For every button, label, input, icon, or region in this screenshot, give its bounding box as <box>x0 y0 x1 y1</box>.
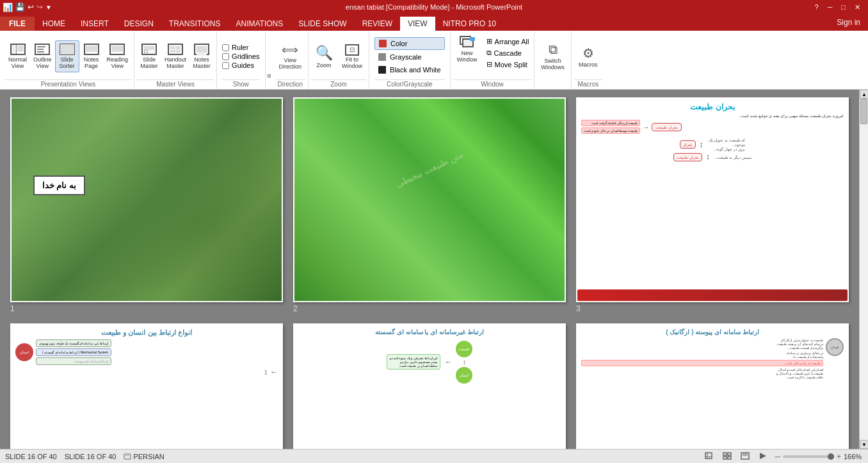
reading-view-icon <box>741 452 750 460</box>
tab-insert[interactable]: INSERT <box>73 17 117 31</box>
slideshow-icon <box>759 452 768 460</box>
minimize-btn[interactable]: ─ <box>825 3 835 12</box>
maximize-btn[interactable]: □ <box>839 3 848 12</box>
slide-sorter-btn[interactable]: SlideSorter <box>55 40 79 72</box>
tab-animations[interactable]: ANIMATIONS <box>228 17 291 31</box>
slide-thumb-2[interactable]: متن طبیعت محیطی <box>293 97 566 302</box>
keyboard-icon <box>124 453 131 460</box>
arrange-all-btn[interactable]: ⊞ Arrange All <box>484 36 532 47</box>
language-text: PERSIAN <box>133 453 164 460</box>
status-reading-view[interactable] <box>739 451 751 462</box>
sign-in-btn[interactable]: Sign in <box>829 15 868 29</box>
tab-view[interactable]: VIEW <box>400 17 435 31</box>
slide-num-2: 2 <box>293 304 566 313</box>
tab-transitions[interactable]: TRANSITIONS <box>161 17 229 31</box>
slide-thumb-1[interactable]: به نام خدا <box>10 97 283 302</box>
direction-group: ⟺ ViewDirection Direction <box>273 32 309 89</box>
svg-rect-10 <box>728 457 731 459</box>
svg-rect-0 <box>124 454 131 459</box>
notes-page-btn[interactable]: NotesPage <box>79 41 104 72</box>
view-direction-btn[interactable]: ⟺ ViewDirection <box>275 41 306 72</box>
notes-master-btn[interactable]: NotesMaster <box>189 41 214 72</box>
tab-design[interactable]: DESIGN <box>117 17 161 31</box>
tab-review[interactable]: REVIEW <box>355 17 400 31</box>
gridlines-checkbox[interactable]: Gridlines <box>222 53 259 60</box>
slide-container-3: بحران طبیعت امروزه بحران طبیعت مسئله مهم… <box>576 97 849 313</box>
direction-label: Direction <box>275 79 306 88</box>
svg-rect-7 <box>723 453 727 455</box>
slide-num-1: 1 <box>10 304 283 313</box>
tab-home[interactable]: HOME <box>35 17 73 31</box>
zoom-level[interactable]: 166% <box>844 453 863 460</box>
scroll-thumb[interactable] <box>860 99 867 124</box>
zoom-btn[interactable]: 🔍 Zoom <box>311 42 337 71</box>
tab-nitro[interactable]: NITRO PRO 10 <box>435 17 504 31</box>
window-label: Window <box>453 79 532 88</box>
macros-label: Macros <box>574 79 602 88</box>
slide-thumb-5[interactable]: ارتباط غیرسامانه ای یا سامانه ای گسسته ط… <box>293 323 566 450</box>
color-grayscale-group: Color Grayscale Black and White Color/Gr… <box>369 32 450 89</box>
macros-group: ⚙ Macros Macros <box>572 32 605 89</box>
customize-quickbtn[interactable]: ▼ <box>45 4 52 11</box>
close-btn[interactable]: ✕ <box>852 3 863 12</box>
slide-master-btn[interactable]: SlideMaster <box>137 41 161 72</box>
move-split-btn[interactable]: ⊟ Move Split <box>484 59 532 70</box>
outline-view-btn[interactable]: OutlineView <box>30 41 55 72</box>
tab-file[interactable]: FILE <box>0 17 35 31</box>
normal-view-btn[interactable]: NormalView <box>5 41 30 72</box>
svg-rect-3 <box>128 455 129 456</box>
slide-thumb-3[interactable]: بحران طبیعت امروزه بحران طبیعت مسئله مهم… <box>576 97 849 302</box>
scroll-up-btn[interactable]: ▲ <box>860 90 868 99</box>
master-views-label: Master Views <box>137 79 214 88</box>
ruler-checkbox[interactable]: Ruler <box>222 44 259 51</box>
slide-container-1: به نام خدا 1 <box>10 97 283 313</box>
status-bar: SLIDE 16 OF 40 SLIDE 16 OF 40 PERSIAN ─ … <box>0 449 868 463</box>
reading-view-btn[interactable]: ReadingView <box>104 41 132 72</box>
svg-marker-14 <box>760 453 766 459</box>
status-right: ─ + 166% <box>703 451 863 462</box>
slide-info-text: SLIDE 16 OF 40 <box>65 453 117 460</box>
slide-count: SLIDE 16 OF 40 <box>5 453 57 460</box>
svg-rect-2 <box>127 455 127 456</box>
new-window-btn[interactable]: NewWindow <box>453 33 481 65</box>
fit-to-window-btn[interactable]: ⊡ Fit toWindow <box>338 42 366 72</box>
slide-thumb-6[interactable]: ارتباط سامانه ای پیوسته ( ارگانیک ) انسا… <box>576 323 849 450</box>
scroll-track <box>860 99 868 440</box>
color-btn[interactable]: Color <box>374 37 444 50</box>
macros-btn[interactable]: ⚙ Macros <box>574 43 602 70</box>
slide-thumb-4[interactable]: انواع ارتباط بین انسان و طبیعت ارتباط غی… <box>10 323 283 450</box>
grayscale-btn[interactable]: Grayscale <box>374 51 444 63</box>
show-label: Show <box>222 79 259 88</box>
zoom-out-btn[interactable]: ─ <box>775 452 780 461</box>
help-btn[interactable]: ? <box>812 3 821 12</box>
save-quickbtn[interactable]: 💾 <box>15 3 25 12</box>
black-white-btn[interactable]: Black and White <box>374 64 444 76</box>
undo-quickbtn[interactable]: ↩ <box>28 3 34 12</box>
zoom-in-btn[interactable]: + <box>837 452 841 461</box>
window-group: NewWindow ⊞ Arrange All ⧉ Cascade ⊟ Move… <box>451 32 535 89</box>
slide-container-6: ارتباط سامانه ای پیوسته ( ارگانیک ) انسا… <box>576 323 849 450</box>
slide-container-2: متن طبیعت محیطی 2 <box>293 97 566 313</box>
show-expand[interactable]: ⊞ <box>266 32 273 89</box>
language-indicator[interactable]: PERSIAN <box>124 453 164 460</box>
presentation-views-group: NormalView OutlineView SlideSorter <box>3 32 134 89</box>
handout-master-btn[interactable]: HandoutMaster <box>161 41 189 72</box>
switch-windows-btn[interactable]: ⧉ SwitchWindows <box>537 40 568 73</box>
zoom-label: Zoom <box>311 79 366 88</box>
normal-view-icon <box>705 452 714 460</box>
zoom-slider-container: ─ + 166% <box>775 452 863 461</box>
scroll-down-btn[interactable]: ▼ <box>860 440 868 449</box>
slide-container-4: انواع ارتباط بین انسان و طبیعت ارتباط غی… <box>10 323 283 450</box>
zoom-slider[interactable] <box>783 455 834 458</box>
cascade-btn[interactable]: ⧉ Cascade <box>484 47 532 58</box>
status-slide-sorter[interactable] <box>721 451 734 462</box>
status-slideshow[interactable] <box>757 451 769 462</box>
guides-checkbox[interactable]: Guides <box>222 61 259 69</box>
status-normal-view[interactable] <box>703 451 716 462</box>
show-group: Ruler Gridlines Guides Show <box>217 32 265 89</box>
window-title: ensan tabiat [Compatibility Mode] - Micr… <box>346 3 522 11</box>
tab-slideshow[interactable]: SLIDE SHOW <box>291 17 354 31</box>
slide-container-5: ارتباط غیرسامانه ای یا سامانه ای گسسته ط… <box>293 323 566 450</box>
redo-quickbtn[interactable]: ↪ <box>36 3 43 12</box>
slide-sorter-icon <box>723 452 732 460</box>
